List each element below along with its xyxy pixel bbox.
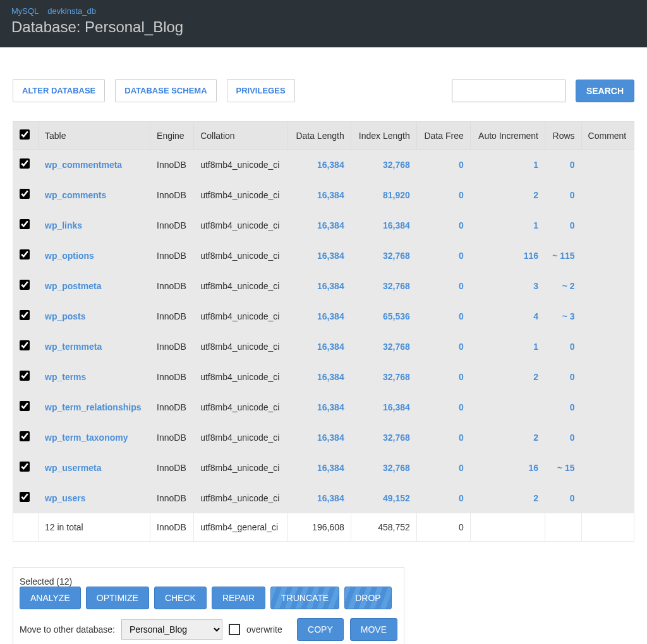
select-all-checkbox[interactable] [20, 129, 30, 140]
breadcrumb-server[interactable]: MySQL [11, 6, 39, 16]
cell-rows: 0 [545, 483, 582, 513]
cell-comment [581, 331, 634, 362]
cell-rows: 0 [545, 392, 582, 422]
cell-data-length: 16,384 [288, 453, 351, 483]
cell-comment [581, 392, 634, 422]
table-name-link[interactable]: wp_term_taxonomy [45, 432, 128, 443]
col-data-free[interactable]: Data Free [416, 122, 470, 150]
cell-data-length: 16,384 [288, 150, 351, 180]
table-name-link[interactable]: wp_users [45, 493, 86, 503]
cell-engine: InnoDB [150, 150, 194, 180]
totals-rows [545, 513, 582, 542]
totals-collation: utf8mb4_general_ci [194, 513, 288, 542]
cell-auto-increment: 16 [470, 453, 545, 483]
cell-comment [581, 180, 634, 210]
cell-data-free: 0 [416, 483, 470, 513]
row-checkbox[interactable] [20, 401, 30, 411]
cell-rows: ~ 2 [545, 271, 582, 301]
table-name-link[interactable]: wp_usermeta [45, 463, 101, 473]
table-name-link[interactable]: wp_options [45, 251, 94, 261]
cell-collation: utf8mb4_unicode_ci [194, 271, 288, 301]
cell-index-length: 16,384 [351, 210, 416, 241]
col-index-length[interactable]: Index Length [351, 122, 416, 150]
cell-data-length: 16,384 [288, 362, 351, 392]
cell-index-length: 32,768 [351, 453, 416, 483]
cell-rows: ~ 15 [545, 453, 582, 483]
cell-auto-increment: 1 [470, 150, 545, 180]
row-checkbox[interactable] [20, 340, 30, 350]
row-checkbox[interactable] [20, 431, 30, 441]
table-name-link[interactable]: wp_postmeta [45, 281, 101, 291]
row-checkbox[interactable] [20, 492, 30, 502]
col-auto-increment[interactable]: Auto Increment [470, 122, 545, 150]
cell-data-free: 0 [416, 331, 470, 362]
cell-data-free: 0 [416, 271, 470, 301]
toolbar: ALTER DATABASE DATABASE SCHEMA PRIVILEGE… [13, 79, 634, 102]
totals-data-free: 0 [416, 513, 470, 542]
cell-rows: ~ 115 [545, 241, 582, 271]
alter-database-button[interactable]: ALTER DATABASE [13, 79, 105, 102]
col-table[interactable]: Table [39, 122, 150, 150]
cell-index-length: 32,768 [351, 422, 416, 453]
row-checkbox[interactable] [20, 371, 30, 381]
cell-data-length: 16,384 [288, 210, 351, 241]
table-name-link[interactable]: wp_commentmeta [45, 160, 122, 170]
table-name-link[interactable]: wp_term_relationships [45, 402, 142, 412]
privileges-button[interactable]: PRIVILEGES [227, 79, 295, 102]
cell-auto-increment: 2 [470, 180, 545, 210]
row-checkbox[interactable] [20, 310, 30, 320]
table-name-link[interactable]: wp_posts [45, 311, 86, 321]
col-data-length[interactable]: Data Length [288, 122, 351, 150]
cell-auto-increment [470, 392, 545, 422]
truncate-button[interactable]: TRUNCATE [270, 587, 339, 609]
cell-collation: utf8mb4_unicode_ci [194, 362, 288, 392]
totals-auto-increment [470, 513, 545, 542]
cell-comment [581, 271, 634, 301]
col-collation[interactable]: Collation [194, 122, 288, 150]
page-title: Database: Personal_Blog [11, 18, 636, 36]
cell-index-length: 32,768 [351, 331, 416, 362]
cell-data-length: 16,384 [288, 271, 351, 301]
check-button[interactable]: CHECK [154, 587, 207, 609]
table-name-link[interactable]: wp_links [45, 220, 82, 230]
cell-collation: utf8mb4_unicode_ci [194, 483, 288, 513]
optimize-button[interactable]: OPTIMIZE [86, 587, 149, 609]
row-checkbox[interactable] [20, 462, 30, 472]
move-database-select[interactable]: Personal_Blog [121, 619, 222, 640]
cell-data-free: 0 [416, 301, 470, 331]
cell-engine: InnoDB [150, 422, 194, 453]
row-checkbox[interactable] [20, 189, 30, 199]
row-checkbox[interactable] [20, 158, 30, 169]
row-checkbox[interactable] [20, 249, 30, 259]
col-rows[interactable]: Rows [545, 122, 582, 150]
row-checkbox[interactable] [20, 280, 30, 290]
drop-button[interactable]: DROP [344, 587, 391, 609]
cell-index-length: 16,384 [351, 392, 416, 422]
overwrite-checkbox[interactable] [229, 624, 240, 635]
database-schema-button[interactable]: DATABASE SCHEMA [115, 79, 216, 102]
cell-collation: utf8mb4_unicode_ci [194, 180, 288, 210]
search-input[interactable] [452, 80, 565, 102]
row-checkbox[interactable] [20, 219, 30, 229]
breadcrumb-db[interactable]: devkinsta_db [47, 6, 96, 16]
cell-collation: utf8mb4_unicode_ci [194, 301, 288, 331]
search-button[interactable]: SEARCH [576, 80, 634, 102]
analyze-button[interactable]: ANALYZE [20, 587, 81, 609]
selected-actions-panel: Selected (12) ANALYZE OPTIMIZE CHECK REP… [13, 567, 404, 644]
cell-collation: utf8mb4_unicode_ci [194, 422, 288, 453]
col-comment[interactable]: Comment [581, 122, 634, 150]
repair-button[interactable]: REPAIR [212, 587, 265, 609]
copy-button[interactable]: COPY [297, 618, 344, 641]
cell-rows: 0 [545, 150, 582, 180]
table-name-link[interactable]: wp_termmeta [45, 342, 102, 352]
cell-index-length: 32,768 [351, 241, 416, 271]
cell-engine: InnoDB [150, 392, 194, 422]
table-row: wp_termsInnoDButf8mb4_unicode_ci16,38432… [13, 362, 634, 392]
move-button[interactable]: MOVE [350, 618, 397, 641]
totals-comment [581, 513, 634, 542]
col-engine[interactable]: Engine [150, 122, 194, 150]
table-name-link[interactable]: wp_terms [45, 372, 86, 382]
cell-auto-increment: 2 [470, 422, 545, 453]
table-name-link[interactable]: wp_comments [45, 190, 106, 200]
table-row: wp_usersInnoDButf8mb4_unicode_ci16,38449… [13, 483, 634, 513]
